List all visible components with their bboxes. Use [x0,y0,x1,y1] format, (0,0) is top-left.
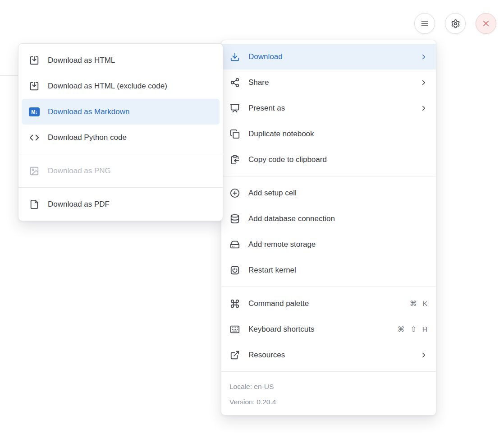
submenu-item-download-png[interactable]: Download as PNG [22,158,220,184]
menu-item-label: Download [248,52,412,61]
markdown-download-badge: M↓ [29,106,40,117]
menu-item-command-palette[interactable]: Command palette ⌘ K [221,291,436,316]
chevron-right-icon [420,53,428,61]
settings-button[interactable] [445,13,466,34]
submenu-item-download-html-exclude-code[interactable]: Download as HTML (exclude code) [22,73,220,99]
copy-icon [229,129,240,139]
menu-item-label: Present as [248,104,412,113]
close-button[interactable] [476,13,496,34]
close-icon [481,19,490,28]
menu-item-add-remote-storage[interactable]: Add remote storage [221,231,436,257]
menu-item-label: Download as Markdown [48,107,214,116]
menu-item-label: Duplicate notebook [248,130,428,139]
command-icon [229,298,240,309]
menu-divider [221,287,436,287]
menu-item-label: Download as HTML (exclude code) [48,82,214,91]
menu-divider [18,154,223,154]
menu-footer: Locale: en-US Version: 0.20.4 [221,375,436,412]
menu-divider [221,371,436,372]
submenu-item-download-python-code[interactable]: Download Python code [22,125,220,150]
notebook-menu-button[interactable] [414,13,435,34]
power-icon [229,265,240,276]
circle-plus-icon [229,188,240,199]
chevron-right-icon [420,104,428,112]
menu-item-duplicate-notebook[interactable]: Duplicate notebook [221,121,436,147]
menu-item-label: Download Python code [48,133,214,142]
shortcut-hint: ⌘ K [410,300,428,308]
menu-item-label: Add remote storage [248,240,428,249]
submenu-item-download-html[interactable]: Download as HTML [22,47,220,73]
menu-item-download[interactable]: Download [221,44,436,69]
menu-item-copy-code[interactable]: Copy code to clipboard [221,147,436,172]
image-icon [29,166,40,176]
box-download-icon [29,55,40,66]
code-icon [29,132,40,143]
menu-item-keyboard-shortcuts[interactable]: Keyboard shortcuts ⌘ ⇧ H [221,316,436,342]
gear-icon [451,19,460,28]
menu-item-label: Command palette [248,299,402,308]
download-submenu: Download as HTML Download as HTML (exclu… [18,43,223,221]
database-icon [229,213,240,224]
menu-item-add-database-connection[interactable]: Add database connection [221,206,436,231]
hard-drive-icon [229,239,240,250]
presentation-icon [229,103,240,114]
chevron-right-icon [420,79,428,87]
menu-item-share[interactable]: Share [221,69,436,95]
menu-divider [18,187,223,188]
menu-item-resources[interactable]: Resources [221,342,436,368]
menu-item-label: Keyboard shortcuts [248,325,389,334]
menu-divider [221,176,436,176]
shortcut-hint: ⌘ ⇧ H [398,325,428,333]
menu-item-label: Resources [248,351,412,360]
menu-item-label: Add database connection [248,214,428,223]
notebook-actions-menu: Download Share Present as [221,40,436,416]
share-icon [229,77,240,88]
page: { "colors": { "accent": "#2e6fc7", "acce… [0,0,504,444]
menu-item-label: Share [248,78,412,87]
submenu-item-download-markdown[interactable]: M↓ Download as Markdown [22,99,220,125]
menu-item-label: Download as HTML [48,56,214,65]
menu-item-label: Download as PDF [48,200,214,209]
chevron-right-icon [420,351,428,359]
markdown-badge-text: M↓ [29,107,40,116]
box-download-icon [29,81,40,92]
download-icon [229,51,240,62]
background-content-edge [0,75,18,76]
menu-item-label: Restart kernel [248,266,428,275]
submenu-item-download-pdf[interactable]: Download as PDF [22,191,220,217]
locale-text: Locale: en-US [229,379,428,394]
menu-item-present-as[interactable]: Present as [221,95,436,121]
clipboard-copy-icon [229,154,240,165]
menu-item-label: Add setup cell [248,189,428,198]
file-icon [29,199,40,210]
menu-item-label: Copy code to clipboard [248,155,428,164]
keyboard-icon [229,324,240,335]
external-link-icon [229,350,240,361]
menu-item-add-setup-cell[interactable]: Add setup cell [221,180,436,206]
menu-item-restart-kernel[interactable]: Restart kernel [221,257,436,283]
version-text: Version: 0.20.4 [229,394,428,410]
hamburger-icon [420,19,429,28]
menu-item-label: Download as PNG [48,166,214,176]
